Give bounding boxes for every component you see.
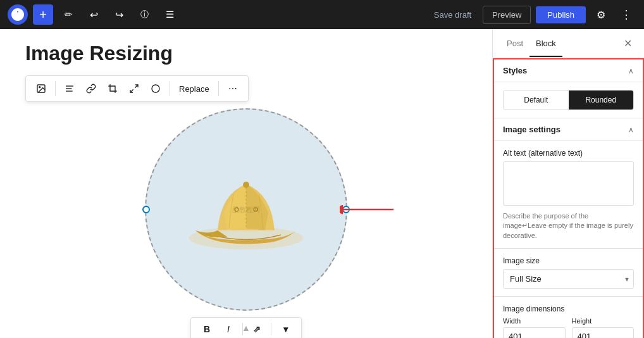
list-view-button[interactable]: ☰ <box>159 4 180 25</box>
image-settings-header[interactable]: Image settings ∧ <box>494 118 643 141</box>
tab-post[interactable]: Post <box>500 31 529 57</box>
image-settings-title: Image settings <box>503 125 560 134</box>
svg-rect-4 <box>66 91 73 91</box>
image-icon-button[interactable] <box>31 78 51 99</box>
height-group: Height <box>572 317 635 338</box>
scroll-indicator: ▲ <box>242 323 251 333</box>
image-circle[interactable]: 星教程网 <box>145 108 347 311</box>
topbar: + ✏ ↩ ↪ ⓘ ☰ Save draft Preview Publish ⚙… <box>0 0 644 29</box>
style-rounded-button[interactable]: Rounded <box>569 91 634 110</box>
save-draft-button[interactable]: Save draft <box>428 6 478 23</box>
hat-illustration <box>176 156 316 263</box>
image-dimensions-section: Image dimensions Width Height 25% 50% 75… <box>494 297 643 338</box>
width-input[interactable] <box>503 327 566 338</box>
add-block-button[interactable]: + <box>33 4 53 25</box>
edit-button[interactable]: ✏ <box>58 4 78 25</box>
info-button[interactable]: ⓘ <box>134 4 154 25</box>
page-title: Image Resizing <box>25 42 467 65</box>
height-label: Height <box>572 317 635 325</box>
alt-text-section: Alt text (alternative text) Describe the… <box>494 141 643 249</box>
image-settings-chevron: ∧ <box>628 125 634 134</box>
styles-chevron: ∧ <box>628 66 634 75</box>
kebab-menu-button[interactable]: ⋮ <box>616 4 636 25</box>
image-size-select[interactable]: Thumbnail Medium Large Full Size <box>503 269 634 289</box>
more-text-options-button[interactable]: ▾ <box>276 320 295 338</box>
svg-rect-2 <box>66 85 73 86</box>
alt-text-label: Alt text (alternative text) <box>503 149 634 158</box>
text-toolbar-divider-2 <box>271 323 271 335</box>
svg-point-9 <box>243 182 249 188</box>
sidebar-section-all: Styles ∧ Default Rounded Image settings … <box>493 58 644 338</box>
toolbar-divider-2 <box>170 81 170 96</box>
image-toolbar: Replace ⋯ <box>25 75 249 102</box>
width-group: Width <box>503 317 566 338</box>
toolbar-divider-3 <box>218 81 219 96</box>
alt-text-input[interactable] <box>503 161 634 206</box>
tab-block[interactable]: Block <box>529 31 562 57</box>
crop-button[interactable] <box>102 78 123 99</box>
image-size-label: Image size <box>503 256 634 265</box>
topbar-right: Save draft Preview Publish ⚙ ⋮ <box>428 4 636 25</box>
svg-line-5 <box>135 85 138 88</box>
style-options-group: Default Rounded <box>503 90 634 110</box>
svg-rect-3 <box>66 88 71 89</box>
toolbar-divider <box>55 81 56 96</box>
replace-button[interactable]: Replace <box>174 82 214 96</box>
size-select-wrapper: Thumbnail Medium Large Full Size ▾ <box>503 269 634 289</box>
redo-button[interactable]: ↪ <box>109 4 129 25</box>
settings-button[interactable]: ⚙ <box>591 4 611 25</box>
link-button[interactable] <box>81 78 101 99</box>
dimensions-row: Width Height <box>503 317 634 338</box>
styles-section-header[interactable]: Styles ∧ <box>494 59 643 82</box>
sidebar-header: Post Block ✕ <box>493 29 644 58</box>
preview-button[interactable]: Preview <box>483 6 531 24</box>
svg-point-1 <box>39 87 40 88</box>
height-input[interactable] <box>572 327 635 338</box>
styles-options-container: Default Rounded <box>494 82 643 118</box>
editor-area: Image Resizing <box>0 29 492 338</box>
expand-button[interactable] <box>124 78 144 99</box>
bold-button[interactable]: B <box>197 320 216 338</box>
style-default-button[interactable]: Default <box>504 91 569 110</box>
publish-button[interactable]: Publish <box>536 6 586 23</box>
styles-title: Styles <box>503 66 527 75</box>
sidebar-close-button[interactable]: ✕ <box>619 35 636 53</box>
resize-handle-right[interactable] <box>342 206 350 213</box>
alt-text-hint: Describe the purpose of the image↵Leave … <box>503 211 634 241</box>
image-container: 星教程网 <box>25 108 467 338</box>
main-layout: Image Resizing <box>0 29 644 338</box>
sidebar: Post Block ✕ Styles ∧ Default Rounded Im… <box>492 29 644 338</box>
more-options-button[interactable]: ⋯ <box>223 78 243 99</box>
width-label: Width <box>503 317 566 325</box>
circle-icon-button[interactable] <box>146 78 166 99</box>
undo-button[interactable]: ↩ <box>84 4 104 25</box>
resize-handle-left[interactable] <box>142 206 150 213</box>
align-button[interactable] <box>59 78 80 99</box>
svg-point-7 <box>152 85 159 92</box>
image-dimensions-label: Image dimensions <box>503 304 634 313</box>
svg-line-6 <box>130 89 133 92</box>
italic-button[interactable]: I <box>219 320 238 338</box>
wp-logo[interactable] <box>8 4 28 25</box>
image-size-section: Image size Thumbnail Medium Large Full S… <box>494 249 643 297</box>
